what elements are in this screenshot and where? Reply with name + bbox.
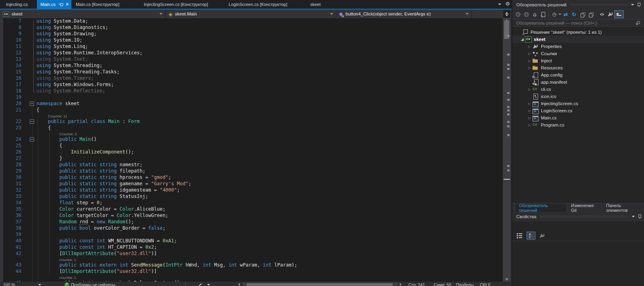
filter-caret-icon[interactable] (559, 13, 561, 15)
panel-tab[interactable]: Изменения Git (567, 203, 602, 212)
collapsed-expander-icon[interactable]: ▷ (527, 52, 532, 56)
preview-selected-items-button[interactable] (614, 10, 624, 18)
code-line: 10using System.IO; (0, 37, 503, 44)
hscroll-thumb[interactable] (247, 283, 393, 286)
fold-collapse-box[interactable] (30, 137, 34, 142)
line-number: 44 (0, 269, 21, 274)
document-tab[interactable]: InjectingScreen.cs [Конструктор] (140, 0, 212, 9)
collapse-all-button[interactable] (578, 10, 586, 18)
search-placeholder: Обозреватель решений — поиск (Ctrl+;) (516, 21, 597, 25)
pin-icon[interactable] (637, 2, 641, 8)
tree-item-label: Resources (541, 65, 563, 70)
health-indicator[interactable]: Проблемы не найдены. (71, 282, 117, 286)
csproj-icon (525, 36, 531, 42)
hscroll-left-arrow[interactable] (238, 283, 240, 286)
tab-label: Main.cs [Конструктор] (76, 2, 119, 7)
tree-item-program-cs[interactable]: ▷Program.cs (512, 121, 644, 129)
codelens-row[interactable]: ссылка: 1 (0, 275, 503, 280)
refresh-button[interactable]: ↻ (570, 10, 578, 18)
collapsed-expander-icon[interactable]: ▷ (527, 123, 532, 127)
pending-changes-filter-button[interactable]: ◷ (550, 10, 558, 18)
tree-item-resources[interactable]: ▷Resources (512, 64, 644, 71)
editor-vertical-scrollbar[interactable] (503, 18, 511, 282)
property-pages-wrench-button[interactable] (538, 232, 546, 240)
pin-icon[interactable] (59, 2, 63, 6)
zoom-level-select[interactable]: 100 % (3, 282, 15, 286)
scroll-down-arrow-icon[interactable] (505, 278, 508, 280)
collapsed-expander-icon[interactable]: ▷ (527, 88, 532, 91)
solution-explorer-toolbar: ⌂ ◷ ⇄ ↻ <> (512, 10, 644, 19)
document-tab[interactable]: skeet (307, 0, 324, 9)
tab-label: Injecting.cs (6, 2, 28, 7)
method-icon: ◆ (339, 12, 343, 17)
tree-item--[interactable]: ▷Ссылки (512, 50, 644, 57)
properties-wrench-button[interactable] (606, 10, 614, 18)
pin-icon[interactable] (638, 214, 642, 219)
tab-list-caret-icon[interactable] (498, 4, 501, 5)
tree-item-cli-cs[interactable]: ▷cli.cs (512, 86, 644, 93)
forward-button[interactable] (522, 10, 531, 18)
code-line: 14using System.Threading; (0, 63, 503, 69)
document-tab[interactable]: LoginScreen.cs [Конструктор] (225, 0, 291, 9)
project-dropdown[interactable]: skeet (0, 10, 166, 18)
tree-item-injectingscreen-cs[interactable]: ▷InjectingScreen.cs (512, 100, 644, 107)
zoom-caret-icon[interactable] (38, 284, 41, 286)
codelens-row[interactable]: ссылка: 1 (0, 257, 503, 262)
expanded-expander-icon[interactable]: ◢ (519, 37, 525, 41)
home-button[interactable]: ⌂ (531, 10, 539, 18)
collapsed-expander-icon[interactable]: ▷ (527, 116, 532, 120)
collapsed-expander-icon[interactable]: ▷ (527, 59, 532, 63)
code-editor[interactable]: 7using System.Data;8using System.Diagnos… (0, 18, 503, 282)
tree-item-properties[interactable]: ▷Properties (512, 43, 644, 50)
panel-tab[interactable]: Обозреватель решений (515, 203, 567, 212)
collapsed-expander-icon[interactable]: ▷ (527, 66, 532, 70)
editor-horizontal-scrollbar[interactable] (243, 282, 398, 286)
copy-button[interactable] (586, 10, 595, 18)
tree-item-app-manifest[interactable]: app.manifest (512, 79, 644, 86)
sync-button[interactable]: ⇄ (562, 10, 570, 18)
fold-collapse-box[interactable] (30, 119, 34, 124)
tree-item-loginscreen-cs[interactable]: ▷LoginScreen.cs (512, 107, 644, 114)
spaces-indicator[interactable]: Пробелы (456, 282, 473, 286)
fold-collapse-box[interactable] (30, 102, 34, 106)
pen-caret-icon[interactable] (207, 284, 210, 286)
window-menu-caret-icon[interactable] (631, 4, 634, 6)
tree-item-skeet[interactable]: ◢skeet (512, 36, 644, 43)
tree-item-icon-ico[interactable]: icon.ico (512, 93, 644, 100)
close-icon[interactable]: × (66, 2, 69, 6)
collapsed-expander-icon[interactable]: ▷ (527, 102, 532, 106)
line-number: 11 (0, 44, 21, 49)
separator (548, 12, 549, 17)
member-dropdown[interactable]: ◆ button4_Click(object sender, EventArgs… (336, 10, 472, 18)
document-tab[interactable]: Main.cs [Конструктор] (72, 0, 123, 9)
collapsed-expander-icon[interactable]: ▷ (527, 45, 532, 48)
document-tab[interactable]: Main.cs× (37, 0, 71, 9)
panel-tab[interactable]: Панель элементов (602, 203, 644, 212)
formatting-pen-icon[interactable] (199, 283, 202, 286)
eol-indicator[interactable]: CRLF (480, 282, 491, 286)
tree-item--skeet-1-1-[interactable]: Решение "skeet" (проекты: 1 из 1) (512, 29, 644, 36)
solution-search-box[interactable]: Обозреватель решений — поиск (Ctrl+;) (512, 19, 644, 27)
show-all-files-button[interactable]: <> (598, 10, 606, 18)
codelens-row[interactable]: Ссылок: 2 (0, 131, 503, 136)
column-indicator[interactable]: Симв: 50 (434, 282, 451, 286)
annotation-mark (507, 109, 510, 111)
categorized-button[interactable] (516, 232, 524, 240)
split-editor-button[interactable] (503, 10, 511, 18)
collapsed-expander-icon[interactable]: ▷ (527, 109, 532, 113)
line-number: 26 (0, 149, 21, 155)
hscroll-right-arrow[interactable] (400, 283, 402, 286)
tree-item-app-config[interactable]: App.config (512, 71, 644, 79)
window-menu-caret-icon[interactable] (632, 216, 635, 217)
codelens-row[interactable]: Ссылок: 11 (0, 113, 503, 119)
sync-with-active-document-button[interactable] (539, 10, 547, 18)
tree-item-main-cs[interactable]: ▷Main.cs (512, 114, 644, 121)
alphabetical-sort-button[interactable]: AZ↓ (527, 232, 535, 240)
editor-options-gear-icon[interactable]: ⚙ (505, 1, 510, 7)
tree-item-inject[interactable]: ▷Inject (512, 57, 644, 64)
code-line: 33 public static string StatusInj; (0, 194, 503, 200)
line-indicator[interactable]: Стр: 341 (408, 282, 425, 286)
back-button[interactable] (514, 10, 522, 18)
document-tab[interactable]: Injecting.cs (2, 0, 31, 9)
type-dropdown[interactable]: ◈ skeet.Main (166, 10, 336, 18)
